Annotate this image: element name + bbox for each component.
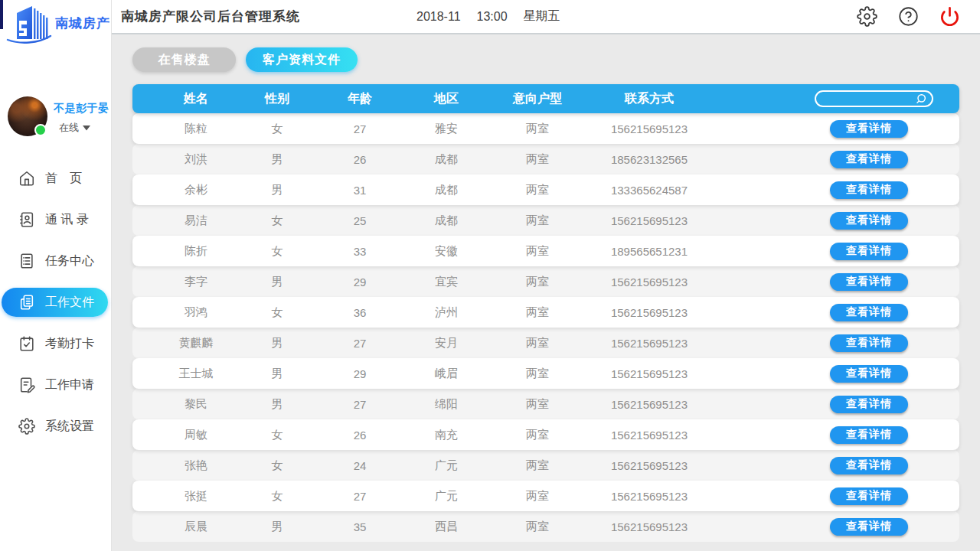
cell-age: 26 xyxy=(318,144,402,174)
view-details-button[interactable]: 查看详情 xyxy=(830,273,908,291)
user-name: 不是彭于晏 xyxy=(54,102,109,116)
sidebar-item-documents[interactable]: 工作文件 xyxy=(2,288,108,317)
cell-region: 绵阳 xyxy=(402,389,491,419)
table-row: 黄麒麟男27安月两室156215695123查看详情 xyxy=(132,328,959,358)
cell-age: 27 xyxy=(318,328,402,358)
page-title: 南城房产限公司后台管理系统 xyxy=(121,8,300,25)
search-box xyxy=(815,90,933,107)
table-row: 易洁女25成都两室156215695123查看详情 xyxy=(132,205,959,236)
column-header-region: 地区 xyxy=(402,84,491,113)
cell-gender: 女 xyxy=(237,205,318,236)
sidebar-item-label: 工作文件 xyxy=(45,295,94,311)
cell-action: 查看详情 xyxy=(714,174,959,205)
cell-phone: 156215695123 xyxy=(584,113,714,144)
search-icon[interactable] xyxy=(915,93,927,105)
cell-region: 成都 xyxy=(402,205,491,236)
view-details-button[interactable]: 查看详情 xyxy=(830,212,908,230)
cell-age: 27 xyxy=(318,389,402,419)
cell-phone: 185623132565 xyxy=(584,144,714,174)
column-header-age: 年龄 xyxy=(318,84,402,113)
view-details-button[interactable]: 查看详情 xyxy=(830,396,908,413)
sidebar-item-gear[interactable]: 系统设置 xyxy=(0,406,111,447)
sidebar-item-contacts[interactable]: 通 讯 录 xyxy=(0,199,111,240)
cell-type: 两室 xyxy=(491,358,584,389)
sidebar-item-home[interactable]: 首 页 xyxy=(0,158,111,199)
view-details-button[interactable]: 查看详情 xyxy=(830,487,908,505)
cell-phone: 156215695123 xyxy=(584,266,714,297)
view-details-button[interactable]: 查看详情 xyxy=(830,518,908,536)
cell-name: 易洁 xyxy=(132,205,237,236)
table-row: 羽鸿女36泸州两室156215695123查看详情 xyxy=(132,297,959,328)
help-button[interactable] xyxy=(898,6,919,27)
app-window: 南城房产 不是彭于晏 在线 首 页通 讯 录任务中心工作文件考勤打卡工作申请系统… xyxy=(0,0,980,551)
cell-age: 31 xyxy=(318,174,402,205)
search-input[interactable] xyxy=(824,93,915,105)
cell-region: 成都 xyxy=(402,174,491,205)
cell-action: 查看详情 xyxy=(714,419,959,450)
cell-gender: 女 xyxy=(237,113,318,144)
cell-gender: 男 xyxy=(237,266,318,297)
cell-action: 查看详情 xyxy=(714,266,959,297)
status-selector[interactable]: 在线 xyxy=(59,121,109,135)
weekday-label: 星期五 xyxy=(524,8,560,24)
view-details-button[interactable]: 查看详情 xyxy=(830,120,908,138)
cell-region: 成都 xyxy=(402,144,491,174)
content-area: 在售楼盘 客户资料文件 姓名 性别 年龄 地区 意向户型 联系方式 xyxy=(112,34,980,542)
cell-action: 查看详情 xyxy=(714,450,959,481)
avatar[interactable] xyxy=(8,96,47,136)
calendar-check-icon xyxy=(18,335,35,352)
cell-action: 查看详情 xyxy=(714,297,959,328)
cell-region: 安徽 xyxy=(402,236,491,266)
contacts-icon xyxy=(18,211,35,228)
column-header-gender: 性别 xyxy=(237,84,318,113)
view-details-button[interactable]: 查看详情 xyxy=(830,304,908,321)
cell-age: 35 xyxy=(318,511,402,542)
cell-phone: 156215695123 xyxy=(584,481,714,511)
power-icon xyxy=(939,6,960,27)
cell-action: 查看详情 xyxy=(714,389,959,419)
sidebar-item-calendar-check[interactable]: 考勤打卡 xyxy=(0,323,111,364)
cell-gender: 男 xyxy=(237,328,318,358)
sidebar-item-edit-doc[interactable]: 工作申请 xyxy=(0,364,111,406)
cell-action: 查看详情 xyxy=(714,511,959,542)
view-details-button[interactable]: 查看详情 xyxy=(830,457,908,474)
tab-customer-files[interactable]: 客户资料文件 xyxy=(246,47,358,72)
cell-type: 两室 xyxy=(491,236,584,266)
view-details-button[interactable]: 查看详情 xyxy=(830,365,908,383)
date-label: 2018-11 xyxy=(416,10,461,24)
cell-gender: 男 xyxy=(237,144,318,174)
cell-region: 广元 xyxy=(402,481,491,511)
view-details-button[interactable]: 查看详情 xyxy=(830,426,908,444)
sidebar-item-label: 通 讯 录 xyxy=(45,212,89,228)
cell-type: 两室 xyxy=(491,266,584,297)
cell-type: 两室 xyxy=(491,328,584,358)
cell-age: 33 xyxy=(318,236,402,266)
view-details-button[interactable]: 查看详情 xyxy=(830,334,908,352)
settings-button[interactable] xyxy=(857,6,877,27)
cell-name: 陈粒 xyxy=(132,113,237,144)
view-details-button[interactable]: 查看详情 xyxy=(830,181,908,199)
cell-action: 查看详情 xyxy=(714,144,959,174)
tab-properties-on-sale[interactable]: 在售楼盘 xyxy=(132,47,236,72)
cell-name: 周敏 xyxy=(132,419,237,450)
gear-icon xyxy=(18,418,35,435)
cell-name: 陈折 xyxy=(132,236,237,266)
power-button[interactable] xyxy=(939,6,960,27)
sidebar-item-task-list[interactable]: 任务中心 xyxy=(0,240,111,282)
cell-type: 两室 xyxy=(491,511,584,542)
view-details-button[interactable]: 查看详情 xyxy=(830,151,908,168)
cell-gender: 女 xyxy=(237,297,318,328)
cell-phone: 156215695123 xyxy=(584,419,714,450)
column-header-phone: 联系方式 xyxy=(584,84,714,113)
table-row: 刘洪男26成都两室185623132565查看详情 xyxy=(132,144,959,174)
task-list-icon xyxy=(18,253,35,269)
cell-type: 两室 xyxy=(491,481,584,511)
cell-region: 宜宾 xyxy=(402,266,491,297)
sidebar: 南城房产 不是彭于晏 在线 首 页通 讯 录任务中心工作文件考勤打卡工作申请系统… xyxy=(0,0,112,551)
online-status-dot xyxy=(34,124,47,136)
cell-gender: 男 xyxy=(237,358,318,389)
cell-action: 查看详情 xyxy=(714,236,959,266)
documents-icon xyxy=(18,294,35,311)
cell-age: 27 xyxy=(318,481,402,511)
view-details-button[interactable]: 查看详情 xyxy=(830,243,908,260)
